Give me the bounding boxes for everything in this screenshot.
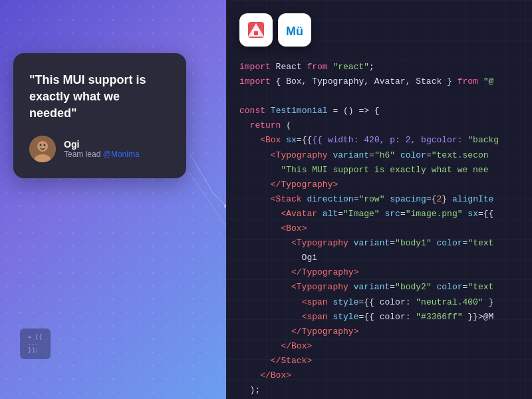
svg-line-2 (190, 173, 226, 226)
code-line-1: import React from "react"; (239, 60, 519, 74)
testimonial-author: Ogi Team lead @Monima (29, 136, 170, 162)
author-title: Team lead @Monima (64, 150, 140, 159)
svg-rect-12 (254, 31, 258, 35)
mui-logo: Mü (278, 13, 311, 47)
logos-bar: Mü (239, 13, 311, 47)
svg-line-1 (213, 193, 226, 206)
code-line-18: <span style={{ color: "#3366ff" }}>@M (239, 310, 519, 325)
author-name: Ogi (64, 139, 140, 150)
code-line-11: <Avatar alt="Image" src="image.png" sx={… (239, 207, 519, 221)
author-info: Ogi Team lead @Monima (64, 139, 140, 159)
code-line-14: Ogi (239, 251, 519, 265)
avatar (29, 136, 56, 162)
code-line-17: <span style={{ color: "neutral.400" } (239, 295, 519, 310)
svg-text:Mü: Mü (286, 25, 303, 38)
testimonial-card: "This MUI support is exactly what we nee… (13, 53, 186, 178)
code-line-2: import { Box, Typography, Avatar, Stack … (239, 74, 519, 89)
svg-line-0 (190, 153, 213, 193)
snippet-line3: }); (28, 347, 43, 354)
code-line-16: <Typography variant="body2" color="text (239, 280, 519, 295)
code-line-20: </Box> (239, 339, 519, 354)
svg-point-8 (44, 144, 46, 146)
svg-point-7 (40, 144, 42, 146)
code-line-6: <Box sx={{{{ width: 420, p: 2, bgcolor: … (239, 133, 519, 148)
code-line-15: </Typography> (239, 265, 519, 280)
code-line-21: </Stack> (239, 354, 519, 368)
right-panel: Mü import React from "react"; import { B… (226, 0, 532, 399)
author-title-text: Team lead (64, 150, 100, 159)
snippet-line1: = ({ (28, 334, 43, 340)
code-line-9: </Typography> (239, 178, 519, 192)
code-line-7: <Typography variant="h6" color="text.sec… (239, 148, 519, 163)
code-area: import React from "react"; import { Box,… (226, 0, 532, 399)
testimonial-quote: "This MUI support is exactly what we nee… (29, 72, 170, 122)
code-line-3 (239, 89, 519, 104)
code-line-10: <Stack direction="row" spacing={2} align… (239, 192, 519, 207)
code-line-13: <Typography variant="body1" color="text (239, 236, 519, 251)
code-line-8: "This MUI support is exactly what we nee (239, 163, 519, 178)
svg-point-5 (37, 141, 48, 152)
author-company: @Monima (103, 150, 140, 159)
left-panel: "This MUI support is exactly what we nee… (0, 0, 226, 399)
react-logo (239, 13, 273, 47)
code-snippet-small: = ({ ... }); (20, 329, 51, 359)
code-line-5: return ( (239, 118, 519, 133)
code-line-23: ); (239, 383, 519, 398)
code-line-22: </Box> (239, 368, 519, 383)
code-line-12: <Box> (239, 221, 519, 236)
code-line-19: </Typography> (239, 325, 519, 339)
code-line-4: const Testimonial = () => { (239, 104, 519, 118)
snippet-line2: ... (28, 340, 43, 347)
